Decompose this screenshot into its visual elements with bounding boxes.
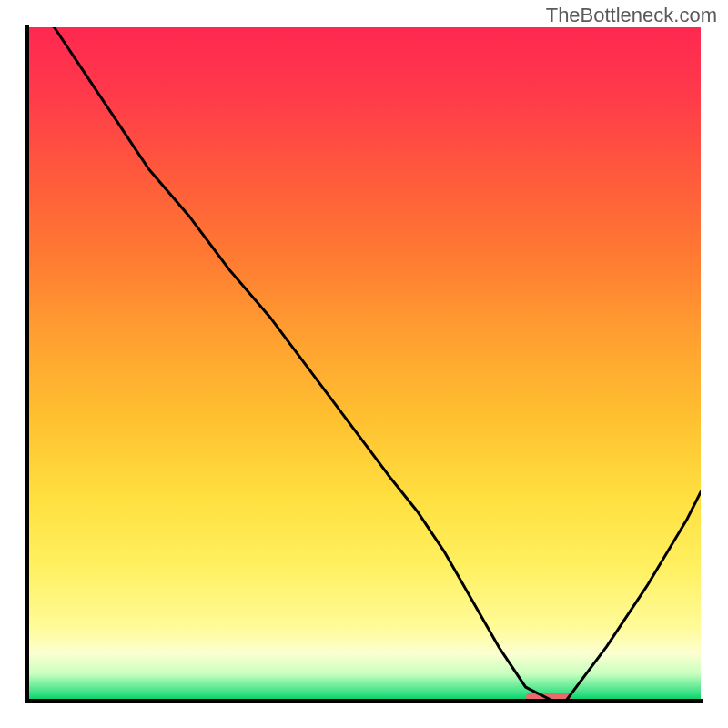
watermark-text: TheBottleneck.com bbox=[546, 4, 717, 27]
bottleneck-curve bbox=[27, 27, 701, 701]
chart-container: TheBottleneck.com bbox=[0, 0, 728, 728]
plot-area bbox=[27, 27, 701, 701]
